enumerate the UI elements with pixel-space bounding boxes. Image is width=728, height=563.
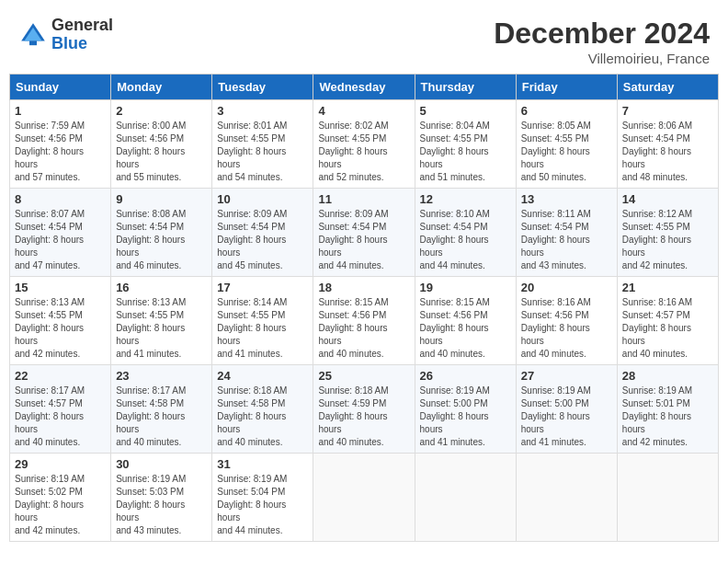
month-title: December 2024 xyxy=(494,17,710,51)
day-number: 30 xyxy=(116,457,207,471)
cell-info: Sunrise: 8:08 AM Sunset: 4:54 PM Dayligh… xyxy=(116,208,207,272)
cell-info: Sunrise: 8:04 AM Sunset: 4:55 PM Dayligh… xyxy=(420,120,511,184)
calendar-cell: 29 Sunrise: 8:19 AM Sunset: 5:02 PM Dayl… xyxy=(10,454,111,542)
calendar-cell: 22 Sunrise: 8:17 AM Sunset: 4:57 PM Dayl… xyxy=(10,365,111,454)
calendar-cell: 6 Sunrise: 8:05 AM Sunset: 4:55 PM Dayli… xyxy=(516,100,617,189)
cell-info: Sunrise: 8:13 AM Sunset: 4:55 PM Dayligh… xyxy=(15,296,106,361)
day-number: 18 xyxy=(318,281,409,294)
logo-blue-text: Blue xyxy=(51,35,113,53)
location: Villemoirieu, France xyxy=(494,51,710,66)
calendar-week-row: 1 Sunrise: 7:59 AM Sunset: 4:56 PM Dayli… xyxy=(10,100,719,189)
calendar-week-row: 29 Sunrise: 8:19 AM Sunset: 5:02 PM Dayl… xyxy=(10,454,719,542)
calendar-cell: 20 Sunrise: 8:16 AM Sunset: 4:56 PM Dayl… xyxy=(516,277,617,365)
day-number: 21 xyxy=(622,281,713,294)
day-number: 24 xyxy=(217,369,308,383)
day-number: 25 xyxy=(318,369,409,383)
calendar-cell: 19 Sunrise: 8:15 AM Sunset: 4:56 PM Dayl… xyxy=(415,277,516,365)
cell-info: Sunrise: 8:17 AM Sunset: 4:58 PM Dayligh… xyxy=(116,385,207,449)
cell-info: Sunrise: 8:13 AM Sunset: 4:55 PM Dayligh… xyxy=(116,296,207,361)
column-header-monday: Monday xyxy=(111,75,212,100)
calendar-cell: 27 Sunrise: 8:19 AM Sunset: 5:00 PM Dayl… xyxy=(516,365,617,454)
calendar-cell: 14 Sunrise: 8:12 AM Sunset: 4:55 PM Dayl… xyxy=(617,189,718,277)
calendar-week-row: 22 Sunrise: 8:17 AM Sunset: 4:57 PM Dayl… xyxy=(10,365,719,454)
day-number: 22 xyxy=(15,369,106,383)
calendar-cell: 13 Sunrise: 8:11 AM Sunset: 4:54 PM Dayl… xyxy=(516,189,617,277)
calendar-cell: 9 Sunrise: 8:08 AM Sunset: 4:54 PM Dayli… xyxy=(111,189,212,277)
cell-info: Sunrise: 8:10 AM Sunset: 4:54 PM Dayligh… xyxy=(420,208,511,272)
day-number: 10 xyxy=(217,192,308,206)
cell-info: Sunrise: 8:05 AM Sunset: 4:55 PM Dayligh… xyxy=(521,120,612,184)
calendar-cell: 11 Sunrise: 8:09 AM Sunset: 4:54 PM Dayl… xyxy=(313,189,415,277)
day-number: 27 xyxy=(521,369,612,383)
calendar-cell: 8 Sunrise: 8:07 AM Sunset: 4:54 PM Dayli… xyxy=(10,189,111,277)
day-number: 20 xyxy=(521,281,612,294)
cell-info: Sunrise: 8:19 AM Sunset: 5:00 PM Dayligh… xyxy=(420,385,511,449)
day-number: 31 xyxy=(217,457,308,471)
calendar-table: SundayMondayTuesdayWednesdayThursdayFrid… xyxy=(9,74,719,542)
day-number: 6 xyxy=(521,104,612,118)
day-number: 3 xyxy=(217,104,308,118)
calendar-cell: 15 Sunrise: 8:13 AM Sunset: 4:55 PM Dayl… xyxy=(10,277,111,365)
calendar-cell: 5 Sunrise: 8:04 AM Sunset: 4:55 PM Dayli… xyxy=(415,100,516,189)
day-number: 15 xyxy=(15,281,106,294)
calendar-cell: 17 Sunrise: 8:14 AM Sunset: 4:55 PM Dayl… xyxy=(212,277,313,365)
day-number: 4 xyxy=(318,104,409,118)
cell-info: Sunrise: 8:18 AM Sunset: 4:58 PM Dayligh… xyxy=(217,385,308,449)
column-header-friday: Friday xyxy=(516,75,617,100)
day-number: 5 xyxy=(420,104,511,118)
day-number: 9 xyxy=(116,192,207,206)
cell-info: Sunrise: 8:01 AM Sunset: 4:55 PM Dayligh… xyxy=(217,120,308,184)
calendar-cell: 26 Sunrise: 8:19 AM Sunset: 5:00 PM Dayl… xyxy=(415,365,516,454)
cell-info: Sunrise: 8:11 AM Sunset: 4:54 PM Dayligh… xyxy=(521,208,612,272)
day-number: 1 xyxy=(15,104,106,118)
logo-general-text: General xyxy=(51,17,113,35)
calendar-cell: 18 Sunrise: 8:15 AM Sunset: 4:56 PM Dayl… xyxy=(313,277,415,365)
calendar-cell: 3 Sunrise: 8:01 AM Sunset: 4:55 PM Dayli… xyxy=(212,100,313,189)
logo-text: General Blue xyxy=(51,17,113,53)
cell-info: Sunrise: 8:19 AM Sunset: 5:01 PM Dayligh… xyxy=(622,385,713,449)
calendar-week-row: 8 Sunrise: 8:07 AM Sunset: 4:54 PM Dayli… xyxy=(10,189,719,277)
calendar-week-row: 15 Sunrise: 8:13 AM Sunset: 4:55 PM Dayl… xyxy=(10,277,719,365)
logo-icon xyxy=(18,20,48,50)
column-header-wednesday: Wednesday xyxy=(313,75,415,100)
day-number: 17 xyxy=(217,281,308,294)
cell-info: Sunrise: 8:14 AM Sunset: 4:55 PM Dayligh… xyxy=(217,296,308,361)
calendar-cell: 30 Sunrise: 8:19 AM Sunset: 5:03 PM Dayl… xyxy=(111,454,212,542)
day-number: 12 xyxy=(420,192,511,206)
calendar-cell: 7 Sunrise: 8:06 AM Sunset: 4:54 PM Dayli… xyxy=(617,100,718,189)
calendar-cell: 12 Sunrise: 8:10 AM Sunset: 4:54 PM Dayl… xyxy=(415,189,516,277)
cell-info: Sunrise: 8:09 AM Sunset: 4:54 PM Dayligh… xyxy=(318,208,409,272)
day-number: 14 xyxy=(622,192,713,206)
day-number: 26 xyxy=(420,369,511,383)
calendar-cell xyxy=(617,454,718,542)
cell-info: Sunrise: 8:00 AM Sunset: 4:56 PM Dayligh… xyxy=(116,120,207,184)
cell-info: Sunrise: 8:15 AM Sunset: 4:56 PM Dayligh… xyxy=(420,296,511,361)
day-number: 19 xyxy=(420,281,511,294)
calendar-cell: 23 Sunrise: 8:17 AM Sunset: 4:58 PM Dayl… xyxy=(111,365,212,454)
day-number: 13 xyxy=(521,192,612,206)
calendar-cell: 21 Sunrise: 8:16 AM Sunset: 4:57 PM Dayl… xyxy=(617,277,718,365)
calendar-cell: 25 Sunrise: 8:18 AM Sunset: 4:59 PM Dayl… xyxy=(313,365,415,454)
cell-info: Sunrise: 8:06 AM Sunset: 4:54 PM Dayligh… xyxy=(622,120,713,184)
calendar-header-row: SundayMondayTuesdayWednesdayThursdayFrid… xyxy=(10,75,719,100)
column-header-tuesday: Tuesday xyxy=(212,75,313,100)
day-number: 2 xyxy=(116,104,207,118)
day-number: 28 xyxy=(622,369,713,383)
cell-info: Sunrise: 8:09 AM Sunset: 4:54 PM Dayligh… xyxy=(217,208,308,272)
calendar-cell: 16 Sunrise: 8:13 AM Sunset: 4:55 PM Dayl… xyxy=(111,277,212,365)
calendar-cell: 24 Sunrise: 8:18 AM Sunset: 4:58 PM Dayl… xyxy=(212,365,313,454)
day-number: 16 xyxy=(116,281,207,294)
calendar-cell: 1 Sunrise: 7:59 AM Sunset: 4:56 PM Dayli… xyxy=(10,100,111,189)
day-number: 11 xyxy=(318,192,409,206)
calendar-cell: 10 Sunrise: 8:09 AM Sunset: 4:54 PM Dayl… xyxy=(212,189,313,277)
day-number: 29 xyxy=(15,457,106,471)
calendar-cell: 2 Sunrise: 8:00 AM Sunset: 4:56 PM Dayli… xyxy=(111,100,212,189)
cell-info: Sunrise: 7:59 AM Sunset: 4:56 PM Dayligh… xyxy=(15,120,106,184)
cell-info: Sunrise: 8:18 AM Sunset: 4:59 PM Dayligh… xyxy=(318,385,409,449)
column-header-saturday: Saturday xyxy=(617,75,718,100)
column-header-thursday: Thursday xyxy=(415,75,516,100)
logo: General Blue xyxy=(18,17,113,53)
cell-info: Sunrise: 8:07 AM Sunset: 4:54 PM Dayligh… xyxy=(15,208,106,272)
cell-info: Sunrise: 8:16 AM Sunset: 4:56 PM Dayligh… xyxy=(521,296,612,361)
day-number: 23 xyxy=(116,369,207,383)
